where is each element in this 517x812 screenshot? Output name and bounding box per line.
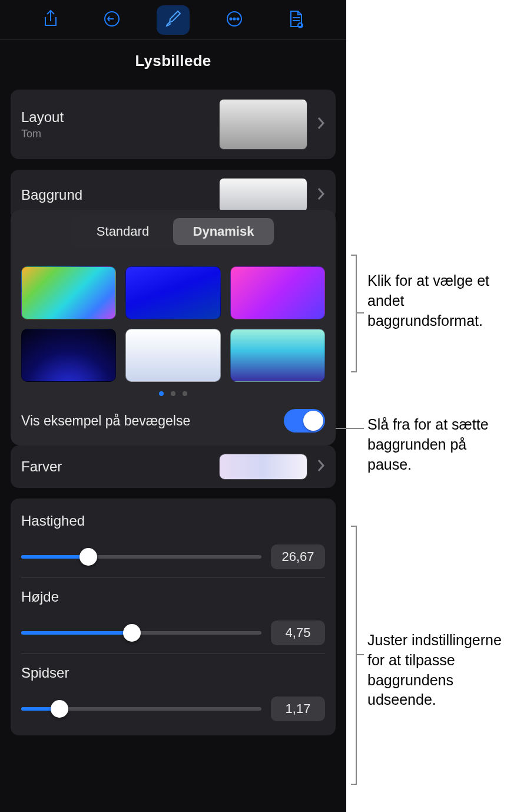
annotation-text-1: Klik for at vælge et andet baggrundsform… bbox=[367, 271, 509, 331]
share-icon bbox=[42, 9, 59, 31]
slider-speed-label: Hastighed bbox=[21, 513, 325, 529]
slider-speed-value[interactable]: 26,67 bbox=[271, 544, 325, 569]
segment-dynamic[interactable]: Dynamisk bbox=[173, 218, 274, 245]
bg-preset-5[interactable] bbox=[125, 329, 220, 382]
motion-preview-label: Vis eksempel på bevægelse bbox=[21, 413, 190, 429]
motion-preview-row: Vis eksempel på bevægelse bbox=[11, 403, 336, 437]
brush-icon bbox=[164, 9, 182, 31]
more-button[interactable] bbox=[218, 5, 251, 35]
format-brush-button[interactable] bbox=[157, 5, 190, 35]
segment-standard[interactable]: Standard bbox=[72, 218, 173, 245]
annotation-text-3: Juster indstillingerne for at tilpasse b… bbox=[367, 631, 509, 710]
colors-row[interactable]: Farver bbox=[11, 445, 336, 488]
switch-knob bbox=[303, 411, 323, 431]
colors-label: Farver bbox=[21, 458, 210, 475]
background-label: Baggrund bbox=[21, 187, 210, 203]
panel-title: Lysbillede bbox=[0, 40, 346, 81]
colors-swatch bbox=[219, 454, 307, 480]
document-view-button[interactable] bbox=[279, 5, 312, 35]
layout-label: Layout bbox=[21, 109, 210, 126]
slider-peaks-track[interactable] bbox=[21, 707, 261, 711]
bg-preset-6[interactable] bbox=[230, 329, 325, 382]
slider-speed-track[interactable] bbox=[21, 555, 261, 559]
bg-preset-3[interactable] bbox=[230, 266, 325, 319]
undo-icon bbox=[102, 9, 121, 31]
annotation-bracket-3 bbox=[351, 526, 357, 785]
annotation-leader-3 bbox=[357, 654, 364, 655]
slider-peaks-label: Spidser bbox=[21, 665, 325, 681]
dynamic-background-card: Standard Dynamisk Vis eksempel på bevæge… bbox=[11, 210, 336, 445]
page-dot-2[interactable] bbox=[171, 391, 175, 396]
background-thumb-grid bbox=[11, 256, 336, 385]
layout-sub: Tom bbox=[21, 128, 210, 140]
sliders-card: Hastighed 26,67 Højde 4,75 bbox=[11, 499, 336, 735]
svg-point-2 bbox=[230, 18, 231, 19]
panel-body: Layout Tom Baggrund bbox=[0, 81, 346, 812]
page-dot-1[interactable] bbox=[159, 391, 164, 396]
background-type-segmented[interactable]: Standard Dynamisk bbox=[70, 216, 276, 247]
slider-height-track[interactable] bbox=[21, 631, 261, 635]
motion-preview-switch[interactable] bbox=[284, 409, 325, 433]
inspector-panel: Lysbillede Layout Tom Baggrund bbox=[0, 0, 346, 812]
layout-thumbnail bbox=[219, 99, 307, 150]
bg-preset-2[interactable] bbox=[125, 266, 220, 319]
svg-point-3 bbox=[233, 18, 235, 19]
slider-height-value[interactable]: 4,75 bbox=[271, 620, 325, 645]
ellipsis-circle-icon bbox=[225, 9, 244, 31]
slider-peaks-value[interactable]: 1,17 bbox=[271, 697, 325, 721]
annotation-leader-1 bbox=[357, 312, 364, 313]
share-button[interactable] bbox=[34, 5, 67, 35]
slider-speed: Hastighed 26,67 bbox=[21, 502, 325, 577]
annotation-text-2: Slå fra for at sætte baggrunden på pause… bbox=[367, 415, 503, 474]
undo-button[interactable] bbox=[95, 5, 128, 35]
bg-preset-4[interactable] bbox=[21, 329, 116, 382]
bg-preset-1[interactable] bbox=[21, 266, 116, 319]
slider-peaks: Spidser 1,17 bbox=[21, 653, 325, 730]
background-thumbnail bbox=[219, 178, 307, 212]
top-toolbar bbox=[0, 0, 346, 40]
svg-point-4 bbox=[237, 18, 238, 19]
chevron-right-icon bbox=[317, 116, 325, 133]
page-dot-3[interactable] bbox=[183, 391, 187, 396]
page-dots[interactable] bbox=[11, 385, 336, 403]
layout-row[interactable]: Layout Tom bbox=[11, 90, 336, 159]
annotation-bracket-1 bbox=[351, 255, 357, 372]
slider-height: Højde 4,75 bbox=[21, 577, 325, 653]
chevron-right-icon bbox=[317, 187, 325, 203]
slider-height-label: Højde bbox=[21, 589, 325, 605]
document-icon bbox=[287, 9, 304, 31]
chevron-right-icon bbox=[317, 458, 325, 475]
